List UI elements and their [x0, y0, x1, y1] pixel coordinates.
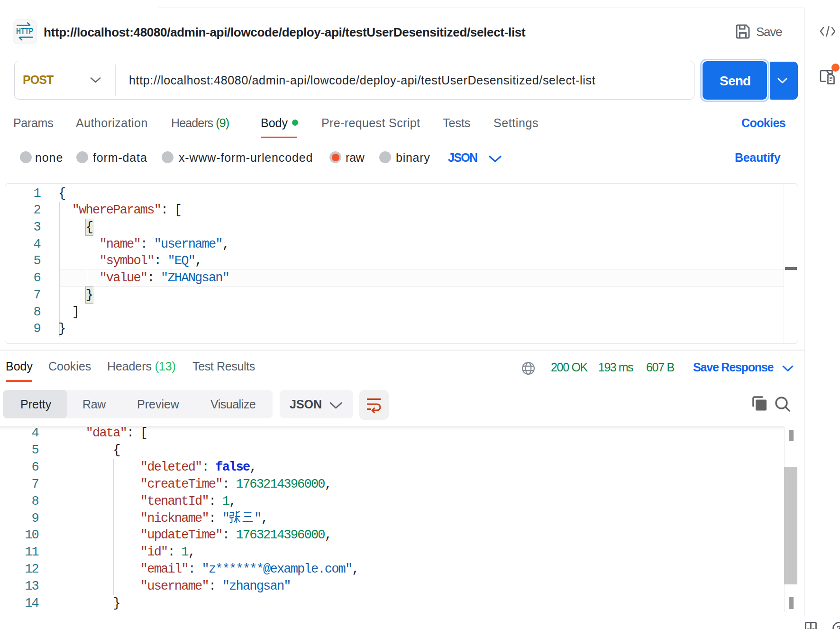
svg-text:HTTP: HTTP — [16, 27, 33, 36]
svg-text:?: ? — [837, 625, 840, 629]
